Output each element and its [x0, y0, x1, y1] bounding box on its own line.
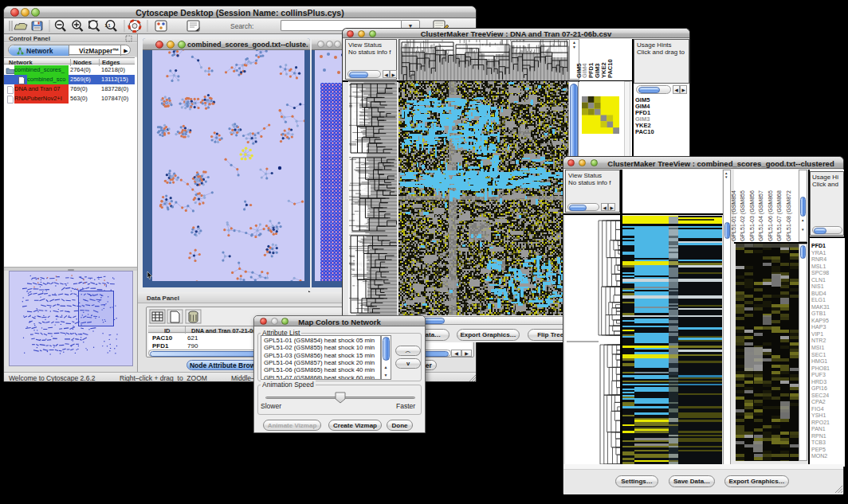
svg-text:1:1: 1:1 [104, 23, 110, 28]
